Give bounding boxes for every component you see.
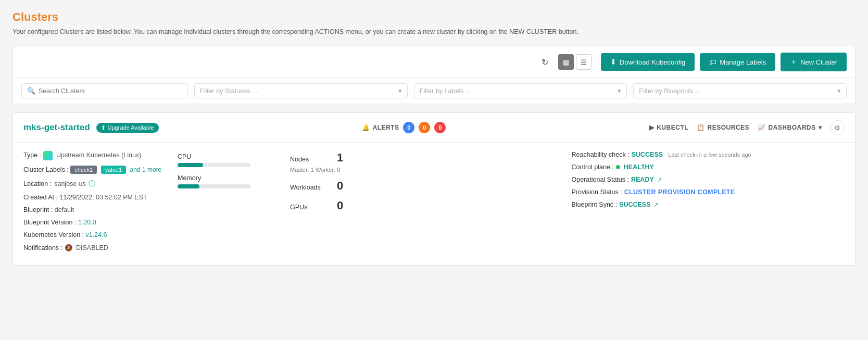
- memory-row: Memory: [178, 174, 282, 188]
- nodes-sub-row: Master: 1 Worker: 0: [290, 167, 563, 173]
- workloads-value: 0: [337, 179, 343, 193]
- blueprint-label: Blueprint :: [23, 206, 53, 213]
- cluster-labels-row: Cluster Labels : check1 value1 and 1 mor…: [23, 166, 169, 174]
- upgrade-badge-label: Upgrade Available: [108, 124, 154, 131]
- alerts-label: 🔔 ALERTS: [362, 124, 399, 131]
- chevron-down-icon: ▾: [618, 87, 621, 95]
- kubernetes-version-label: Kubernetes Version :: [23, 231, 84, 238]
- blueprint-value: default: [55, 206, 74, 213]
- manage-labels-label: Manage Labels: [720, 58, 766, 66]
- cpu-bar: [178, 163, 250, 167]
- alerts-text: ALERTS: [372, 124, 399, 131]
- nodes-metric: Nodes 1: [290, 151, 563, 165]
- blueprint-sync-row: Blueprint Sync : SUCCESS ↗: [572, 201, 845, 208]
- filter-statuses-label: Filter by Statuses ...: [200, 87, 257, 95]
- bell-off-icon: 🔕: [65, 244, 73, 251]
- filter-blueprints-label: Filter by Blueprints ...: [639, 87, 700, 95]
- and-more-link[interactable]: and 1 more: [130, 166, 162, 173]
- nodes-label: Nodes: [290, 156, 332, 163]
- operational-value: READY: [631, 176, 654, 183]
- download-icon: ⬇: [610, 58, 617, 66]
- plus-icon: ＋: [790, 57, 797, 67]
- kubectl-action[interactable]: ▶ KUBECTL: [649, 124, 688, 131]
- blueprint-sync-value: SUCCESS: [619, 201, 650, 208]
- memory-bar: [178, 184, 250, 188]
- list-view-button[interactable]: ☰: [576, 54, 592, 70]
- grid-view-button[interactable]: ▦: [558, 54, 574, 70]
- download-kubeconfig-button[interactable]: ⬇ Download Kubeconfig: [601, 53, 695, 71]
- cluster-labels-label: Cluster Labels :: [23, 166, 69, 173]
- manage-labels-button[interactable]: 🏷 Manage Labels: [700, 53, 775, 71]
- cluster-name[interactable]: mks-get-started: [23, 122, 90, 133]
- dot-green: [616, 165, 620, 169]
- blueprint-version-label: Blueprint Version :: [23, 219, 76, 226]
- control-plane-label: Control plane :: [572, 163, 614, 171]
- resource-section: CPU Memory: [178, 151, 282, 257]
- resources-action[interactable]: 📋 RESOURCES: [697, 124, 749, 131]
- filter-by-blueprints[interactable]: Filter by Blueprints ... ▾: [633, 83, 847, 98]
- location-row: Location : sanjose-us ⓘ: [23, 179, 169, 188]
- info-section: Type : Upstream Kubernetes (Linux) Clust…: [23, 151, 169, 257]
- filter-by-labels[interactable]: Filter by Labels ... ▾: [414, 83, 627, 98]
- cluster-header-left: mks-get-started ⬆ Upgrade Available: [23, 122, 159, 133]
- cluster-card: mks-get-started ⬆ Upgrade Available 🔔 AL…: [12, 112, 856, 266]
- memory-label: Memory: [178, 174, 282, 182]
- filter-labels-label: Filter by Labels ...: [420, 87, 471, 95]
- cpu-fill: [178, 163, 203, 167]
- cluster-header-right: ▶ KUBECTL 📋 RESOURCES 📈 DASHBOARDS ▾ ⚙: [649, 120, 845, 135]
- gear-icon: ⚙: [834, 124, 840, 132]
- dashboards-action[interactable]: 📈 DASHBOARDS ▾: [758, 124, 822, 131]
- external-link-icon[interactable]: ↗: [657, 177, 662, 183]
- grid-icon: ▦: [563, 58, 569, 66]
- upgrade-available-badge: ⬆ Upgrade Available: [96, 123, 159, 133]
- search-input-wrapper: 🔍: [21, 83, 188, 98]
- page-description: Your configured Clusters are listed belo…: [12, 28, 856, 35]
- memory-fill: [178, 184, 199, 188]
- kubernetes-version-value: v1.24.6: [86, 231, 107, 238]
- reachability-label: Reachability check :: [572, 151, 630, 158]
- chevron-down-icon: ▾: [819, 124, 822, 131]
- provision-row: Provision Status : CLUSTER PROVISION COM…: [572, 188, 845, 196]
- terminal-icon: ▶: [649, 124, 655, 131]
- control-plane-value: HEALTHY: [624, 163, 654, 171]
- notifications-label: Notifications :: [23, 244, 62, 251]
- chart-icon: 📈: [758, 124, 766, 131]
- cluster-header-center: 🔔 ALERTS 0 0 0: [362, 122, 446, 133]
- new-cluster-button[interactable]: ＋ New Cluster: [781, 53, 847, 71]
- reachability-time: Last check-in a few seconds ago: [668, 152, 751, 158]
- label-check1[interactable]: check1: [70, 166, 97, 174]
- view-toggle: ▦ ☰: [558, 54, 592, 70]
- tag-icon: 🏷: [709, 58, 716, 66]
- control-plane-row: Control plane : HEALTHY: [572, 163, 845, 171]
- alert-badge-red: 0: [434, 122, 446, 133]
- alert-badge-orange: 0: [419, 122, 430, 133]
- filters-bar: 🔍 Filter by Statuses ... ▾ Filter by Lab…: [12, 78, 856, 104]
- kubectl-label: KUBECTL: [657, 124, 688, 131]
- search-icon: 🔍: [27, 87, 35, 95]
- refresh-button[interactable]: ↻: [537, 54, 553, 70]
- blueprint-version-row: Blueprint Version : 1.20.0: [23, 219, 169, 226]
- provision-value: CLUSTER PROVISION COMPLETE: [624, 188, 735, 196]
- external-link-icon-2[interactable]: ↗: [653, 202, 658, 208]
- nodes-value: 1: [337, 151, 343, 165]
- provision-label: Provision Status :: [572, 188, 622, 196]
- resources-label: RESOURCES: [707, 124, 749, 131]
- filter-by-statuses[interactable]: Filter by Statuses ... ▾: [194, 83, 408, 98]
- metrics-section: Nodes 1 Master: 1 Worker: 0 Workloads 0 …: [290, 151, 563, 257]
- search-clusters-input[interactable]: [39, 87, 182, 95]
- location-label: Location :: [23, 180, 52, 187]
- operational-row: Operational Status : READY ↗: [572, 176, 845, 183]
- type-icon: [43, 151, 53, 160]
- cluster-settings-button[interactable]: ⚙: [830, 120, 845, 135]
- label-value1[interactable]: value1: [101, 166, 126, 174]
- download-kubeconfig-label: Download Kubeconfig: [620, 58, 685, 66]
- alert-badge-blue: 0: [403, 122, 414, 133]
- reachability-value: SUCCESS: [632, 151, 663, 158]
- blueprint-row: Blueprint : default: [23, 206, 169, 213]
- cpu-row: CPU: [178, 153, 282, 167]
- created-at-row: Created At : 11/29/2022, 03:52:02 PM EST: [23, 194, 169, 201]
- operational-label: Operational Status :: [572, 176, 629, 183]
- created-at-value: 11/29/2022, 03:52:02 PM EST: [60, 194, 147, 201]
- cpu-label: CPU: [178, 153, 282, 160]
- blueprint-version-value: 1.20.0: [78, 219, 96, 226]
